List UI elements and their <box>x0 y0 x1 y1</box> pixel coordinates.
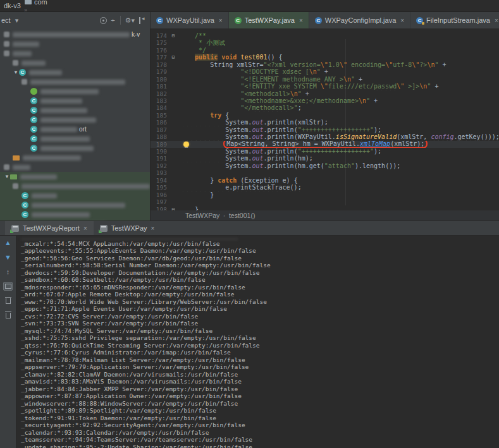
console-line: _mailman:*:78:78:Mailman List Server:/va… <box>21 356 499 364</box>
tree-row[interactable]: C <box>0 96 150 106</box>
tree-row[interactable]: C <box>0 143 150 153</box>
arrow-down-icon[interactable]: ▼ <box>3 253 13 262</box>
tree-row[interactable] <box>0 39 150 49</box>
breadcrumb-item-com[interactable]: com <box>23 0 72 6</box>
fold-marker[interactable]: ⊟ <box>167 206 180 211</box>
close-icon[interactable]: × <box>495 17 498 24</box>
monitor-icon[interactable] <box>3 282 13 291</box>
console-line-redacted: ________________________________________… <box>21 236 499 240</box>
code-token: Map<String, String> hm = WXPayUtil. <box>226 141 360 147</box>
code-token: \n <box>309 68 317 75</box>
trash-glyph <box>6 313 11 318</box>
editor-tab-WXPayConfigImpl.java[interactable]: CWXPayConfigImpl.java× <box>309 12 410 28</box>
breadcrumb-method[interactable]: test001() <box>229 212 255 219</box>
console-line: _cvs:*:72:72:CVS Server:/var/empty:/usr/… <box>21 313 499 320</box>
code-editor[interactable]: 174⊟ /**175 * 小测试176 */177⊟ public void … <box>151 28 499 210</box>
tree-row[interactable]: ▼ <box>0 172 150 181</box>
chevron-down-icon[interactable]: ▾ <box>15 17 19 24</box>
tree-row[interactable] <box>0 49 150 58</box>
code-token: catch <box>218 177 237 184</box>
console-tab-TestWXPay[interactable]: TestWXPay× <box>94 221 161 235</box>
code-text: } catch (Exception e) { <box>180 177 499 184</box>
tree-row[interactable]: ▼C <box>0 68 150 77</box>
redacted-text <box>40 108 87 113</box>
code-token: " <box>427 83 434 90</box>
editor-tab-WXPayUtil.java[interactable]: CWXPayUtil.java× <box>151 12 229 28</box>
tree-row[interactable]: C <box>0 200 150 210</box>
tree-row[interactable]: C <box>0 191 150 200</box>
editor-tab-TestWXPay.java[interactable]: CTestWXPay.java× <box>229 12 309 28</box>
code-token: \n <box>359 97 366 104</box>
tree-row[interactable] <box>0 181 150 191</box>
redacted-text <box>40 146 94 151</box>
hide-panel-icon[interactable] <box>139 17 146 24</box>
class-blue-icon: C <box>315 17 322 24</box>
tree-row[interactable]: C <box>0 106 150 115</box>
tree-row[interactable]: Cort <box>0 124 150 134</box>
close-icon[interactable]: × <box>299 17 303 24</box>
console-tab-TestWXPayReport[interactable]: TestWXPayReport× <box>5 221 94 235</box>
class-icon: C <box>22 211 28 218</box>
breadcrumb-label: com <box>34 0 47 6</box>
trash-icon[interactable] <box>3 311 13 320</box>
swap-arrows-icon[interactable]: ↕ <box>3 267 13 276</box>
tree-row[interactable] <box>0 162 150 172</box>
redacted-text <box>20 174 57 179</box>
tree-row[interactable]: C <box>0 115 150 124</box>
fold-marker[interactable]: ⊟ <box>167 32 180 39</box>
editor-tab-FileInputStream.java[interactable]: CFileInputStream.java× <box>410 12 499 28</box>
code-token: String xmlStr= <box>180 61 263 68</box>
tree-row[interactable] <box>0 87 150 96</box>
tree-row[interactable] <box>0 77 150 87</box>
code-token: >" <box>290 104 298 111</box>
code-line: 192 System.out.println(hm.get("attach").… <box>151 162 499 169</box>
class-icon: C <box>22 192 28 199</box>
console-output[interactable]: ________________________________________… <box>16 236 499 448</box>
fold-marker <box>167 155 180 162</box>
console-icon <box>11 225 19 232</box>
tree-row[interactable] <box>0 58 150 68</box>
fold-marker <box>167 104 180 111</box>
fold-marker <box>167 83 180 90</box>
project-view-selector[interactable]: ect <box>1 16 11 24</box>
close-icon[interactable]: × <box>219 17 223 24</box>
close-icon[interactable]: × <box>400 17 404 24</box>
code-text <box>180 169 499 176</box>
code-token: methodcall <box>248 90 286 97</box>
code-token: methodcall <box>252 104 290 111</box>
trash-icon[interactable] <box>3 296 13 305</box>
tree-row[interactable] <box>0 153 150 162</box>
gear-icon[interactable]: ⚙▾ <box>125 17 135 24</box>
code-token <box>180 90 240 97</box>
breadcrumb: dk-v3 »src»test»java»com»github»wxpay»sd… <box>0 0 499 12</box>
project-tree[interactable]: k-v▼CCCCCortCC▼CCCC <box>0 28 151 221</box>
line-number: 197 <box>151 198 167 205</box>
line-number: 190 <box>151 148 167 155</box>
expand-arrow-icon[interactable]: ▼ <box>13 70 19 75</box>
redacted-text <box>32 212 90 217</box>
collapse-all-icon[interactable]: ÷ <box>111 17 115 24</box>
code-token: ).length()); <box>355 162 400 169</box>
code-token: xdsec <box>283 68 302 75</box>
close-icon[interactable]: × <box>83 225 87 232</box>
locate-icon[interactable] <box>100 17 107 24</box>
intention-bulb-icon[interactable] <box>183 142 189 147</box>
breadcrumb-root[interactable]: dk-v3 <box>2 2 23 9</box>
console-line: _spotlight:*:89:89:Spotlight:/var/empty:… <box>21 407 499 415</box>
code-text: e.printStackTrace(); <box>180 184 499 191</box>
redacted-text <box>40 136 90 142</box>
tree-row[interactable]: k-v <box>0 30 150 39</box>
fold-marker[interactable]: ⊟ <box>167 54 180 61</box>
run-tool-window-tabs: TestWXPayReport×TestWXPay× <box>0 221 499 236</box>
arrow-up-icon[interactable]: ▲ <box>3 238 13 247</box>
code-line: 195 e.printStackTrace(); <box>151 184 499 191</box>
tree-row[interactable]: C <box>0 210 150 219</box>
trash-glyph <box>6 298 11 304</box>
dot-icon <box>4 51 9 56</box>
fold-marker <box>167 191 180 198</box>
code-lines: 174⊟ /**175 * 小测试176 */177⊟ public void … <box>151 32 499 210</box>
tree-row[interactable]: C <box>0 134 150 143</box>
expand-arrow-icon[interactable]: ▼ <box>4 174 10 179</box>
breadcrumb-class[interactable]: TestWXPay <box>185 212 219 219</box>
close-icon[interactable]: × <box>151 225 155 232</box>
